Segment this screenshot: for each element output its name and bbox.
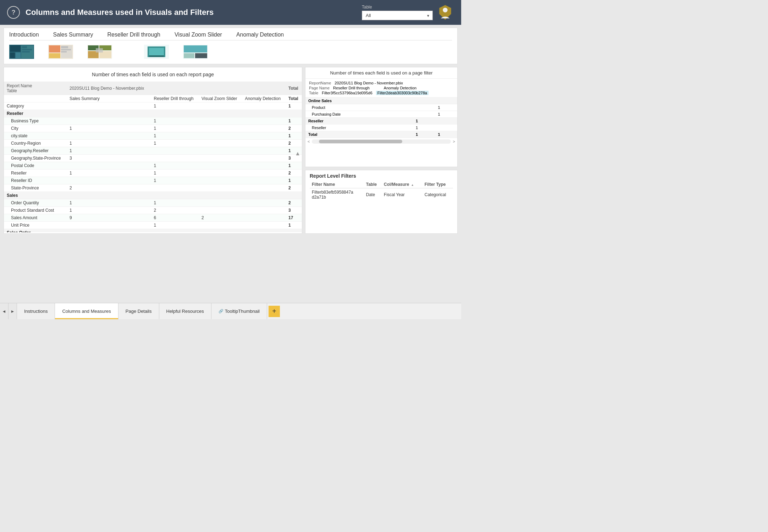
col-col-measure: Col/Measure ▲ bbox=[382, 181, 422, 188]
cell-total: 1 bbox=[286, 102, 302, 110]
svg-rect-5 bbox=[16, 52, 21, 58]
page-name-label: Page Name bbox=[309, 86, 330, 90]
field-name: Reseller bbox=[4, 170, 67, 177]
svg-rect-14 bbox=[61, 46, 68, 48]
table-row: Sales Amount 9 6 2 17 bbox=[4, 214, 302, 222]
right-panels: Number of times each field is used on a … bbox=[305, 67, 458, 234]
table-row: city.state 1 1 bbox=[4, 132, 302, 140]
field-name: Geography.Reseller bbox=[4, 147, 67, 155]
field-name: Business Type bbox=[4, 117, 67, 125]
field-name: Sales Amount bbox=[4, 214, 67, 222]
col-visual-zoom bbox=[199, 82, 242, 95]
field-name: Reseller bbox=[305, 124, 413, 131]
table-dropdown[interactable]: All Sales Reseller Date Online Sales Sal… bbox=[362, 11, 433, 20]
nav-section: Introduction Sales Summary Reseller Dril… bbox=[4, 28, 458, 64]
field-name: City bbox=[4, 125, 67, 132]
filter-type-cell: Categorical bbox=[422, 188, 453, 201]
tab-sales-summary[interactable]: Sales Summary bbox=[53, 32, 93, 38]
svg-rect-11 bbox=[49, 45, 60, 52]
person-icon bbox=[436, 4, 454, 21]
field-name: State-Province bbox=[4, 184, 67, 192]
table-row: Purchasing Date 1 bbox=[305, 111, 457, 118]
table-dropdown-wrapper[interactable]: All Sales Reseller Date Online Sales Sal… bbox=[362, 11, 433, 20]
help-icon: ? bbox=[7, 6, 20, 19]
filter-col-measure: Fiscal Year bbox=[382, 188, 422, 201]
section-label: Sales bbox=[4, 192, 302, 199]
svg-rect-12 bbox=[49, 53, 60, 58]
page-title: Columns and Measures used in Visuals and… bbox=[26, 8, 362, 17]
tab-anomaly-detection[interactable]: Anomaly Detection bbox=[236, 32, 284, 38]
tab-tooltip-thumbnail[interactable]: 🔗 TooltipThumbnail bbox=[211, 303, 267, 319]
svg-rect-22 bbox=[96, 48, 103, 52]
section-label: Reseller bbox=[4, 110, 302, 117]
empty-cell bbox=[4, 95, 67, 102]
cell-ad bbox=[242, 102, 286, 110]
table-row: Product Standard Cost 1 2 3 bbox=[4, 207, 302, 214]
thumbnail-reseller-drill[interactable] bbox=[87, 45, 112, 59]
table-row: Postal Code 1 1 bbox=[4, 162, 302, 170]
col-filter-name: Filter Name bbox=[310, 181, 364, 188]
table-row: Country-Region 1 1 2 bbox=[4, 140, 302, 147]
tab-visual-zoom[interactable]: Visual Zoom Slider bbox=[175, 32, 222, 38]
section-total: Total 1 1 bbox=[305, 131, 457, 138]
svg-rect-30 bbox=[195, 53, 207, 58]
section-online-sales: Online Sales bbox=[305, 98, 457, 104]
field-name: city.state bbox=[4, 132, 67, 140]
thumbnail-sales-summary[interactable] bbox=[48, 45, 73, 59]
col-report-name: Report Name Table bbox=[4, 82, 67, 95]
tab-prev-button[interactable]: ◄ bbox=[0, 303, 9, 319]
section-label: Total bbox=[305, 131, 413, 138]
svg-rect-25 bbox=[149, 48, 164, 56]
filter-col1: Filter3f5cc53796ba19d095d6 bbox=[322, 91, 372, 95]
thumbnail-introduction[interactable] bbox=[9, 45, 34, 59]
col-filter-type: Filter Type bbox=[422, 181, 453, 188]
tab-page-details[interactable]: Page Details bbox=[118, 303, 159, 319]
svg-rect-29 bbox=[184, 53, 194, 58]
table-row: Reseller ID 1 1 bbox=[4, 177, 302, 184]
right-panel-top: Number of times each field is used on a … bbox=[305, 67, 458, 167]
tab-introduction[interactable]: Introduction bbox=[9, 32, 39, 38]
field-name: Product bbox=[305, 104, 413, 111]
scroll-left-btn[interactable]: < bbox=[308, 139, 310, 144]
filter-section-title: Report Level Filters bbox=[310, 173, 453, 179]
tooltip-tab-icon: 🔗 bbox=[219, 309, 223, 314]
tab-next-button[interactable]: ► bbox=[9, 303, 17, 319]
svg-rect-7 bbox=[22, 46, 27, 48]
svg-point-1 bbox=[443, 8, 447, 12]
header: ? Columns and Measures used in Visuals a… bbox=[0, 0, 461, 25]
svg-rect-16 bbox=[61, 51, 67, 52]
right-panel-meta: ReportName 2020SU11 Blog Demo - November… bbox=[305, 79, 457, 97]
left-panel: Number of times each field is used on ea… bbox=[4, 67, 302, 234]
tab-helpful-resources[interactable]: Helpful Resources bbox=[159, 303, 211, 319]
filter-row: Filterb83efb5958847ad2a71b Date Fiscal Y… bbox=[310, 188, 453, 201]
scrollbar-thumb[interactable] bbox=[319, 140, 402, 143]
horizontal-scrollbar[interactable] bbox=[312, 139, 451, 144]
table-label-right: Table bbox=[309, 91, 318, 95]
tab-reseller-drill[interactable]: Reseller Drill through bbox=[107, 32, 160, 38]
col-report-value: 2020SU11 Blog Demo - November.pbix bbox=[67, 82, 151, 95]
col-table: Table bbox=[364, 181, 382, 188]
col-reseller-drill bbox=[151, 82, 199, 95]
col-total-h: Total bbox=[286, 95, 302, 102]
thumbnail-visual-zoom[interactable] bbox=[144, 45, 169, 59]
scroll-right-btn[interactable]: > bbox=[453, 139, 455, 144]
filter-table: Filter Name Table Col/Measure ▲ Filter T… bbox=[310, 181, 453, 201]
report-name-label: ReportName bbox=[309, 81, 331, 85]
section-sales: Sales bbox=[4, 192, 302, 199]
tab-instructions[interactable]: Instructions bbox=[17, 303, 55, 319]
table-row: Order Quantity 1 1 2 bbox=[4, 199, 302, 207]
scroll-up[interactable]: ▲ bbox=[295, 150, 300, 157]
thumbnail-row bbox=[9, 43, 452, 60]
section-label: Reseller bbox=[305, 118, 413, 124]
svg-rect-3 bbox=[10, 45, 21, 52]
table-row: Reseller 1 1 2 bbox=[4, 170, 302, 177]
tab-columns-measures[interactable]: Columns and Measures bbox=[55, 303, 118, 319]
table-row: Category 1 1 bbox=[4, 102, 302, 110]
svg-rect-9 bbox=[22, 51, 30, 52]
main-content: Number of times each field is used on ea… bbox=[4, 67, 458, 234]
left-table-container[interactable]: Report Name Table 2020SU11 Blog Demo - N… bbox=[4, 82, 302, 232]
page-name-col2: Anomaly Detection bbox=[384, 86, 416, 90]
svg-rect-28 bbox=[184, 45, 207, 52]
add-tab-button[interactable]: + bbox=[269, 306, 280, 317]
thumbnail-anomaly-detection[interactable] bbox=[183, 45, 208, 59]
